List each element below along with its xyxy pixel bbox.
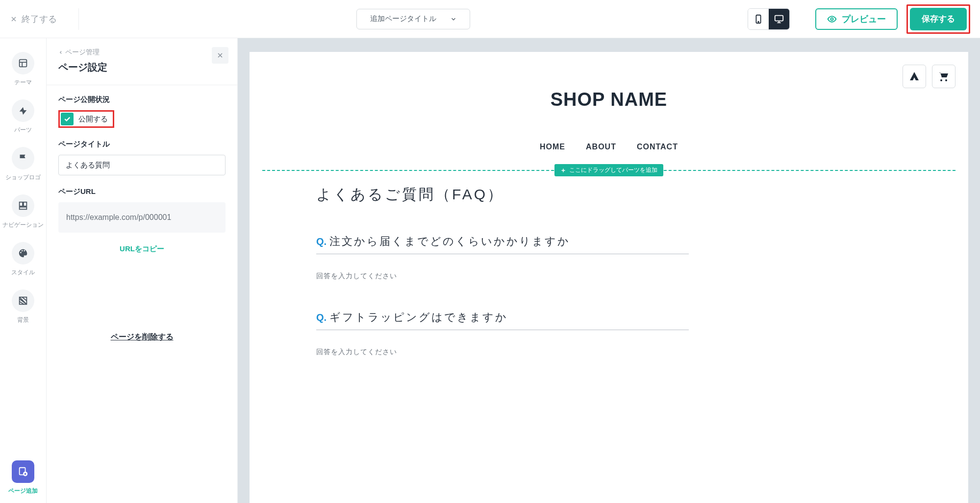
sidebar-item-style[interactable]: スタイル bbox=[0, 237, 46, 285]
q-prefix: Q. bbox=[316, 236, 327, 247]
nav-about[interactable]: ABOUT bbox=[586, 143, 616, 151]
page-selector-label: 追加ページタイトル bbox=[370, 14, 436, 24]
desktop-icon bbox=[774, 14, 784, 24]
page-title-input[interactable] bbox=[58, 155, 226, 175]
faq-question-2[interactable]: Q. ギフトラッピングはできますか bbox=[316, 305, 689, 330]
mobile-icon bbox=[753, 14, 764, 24]
divider bbox=[47, 85, 237, 85]
shop-name: SHOP NAME bbox=[262, 89, 955, 110]
preview-button[interactable]: プレビュー bbox=[815, 8, 898, 30]
svg-point-1 bbox=[758, 21, 758, 22]
sidebar-label: スタイル bbox=[11, 268, 35, 277]
plus-icon bbox=[560, 168, 566, 173]
breadcrumb[interactable]: ページ管理 bbox=[58, 48, 226, 57]
faq-question-1[interactable]: Q. 注文から届くまでどのくらいかかりますか bbox=[316, 229, 689, 254]
sidebar-label: 背景 bbox=[17, 316, 29, 324]
tent-icon bbox=[908, 71, 920, 82]
settings-panel: ページ管理 ページ設定 ページ公開状況 公開する ページタイトル ページURL bbox=[47, 38, 238, 503]
page-url-label: ページURL bbox=[58, 187, 226, 196]
add-page-icon bbox=[18, 466, 28, 477]
sidebar-label: ショップロゴ bbox=[5, 173, 41, 182]
q-text: ギフトラッピングはできますか bbox=[329, 310, 508, 325]
nav-contact[interactable]: CONTACT bbox=[637, 143, 678, 151]
sidebar-item-shop-logo[interactable]: ショップロゴ bbox=[0, 142, 46, 190]
exit-label: 終了する bbox=[22, 13, 57, 25]
highlight-save: 保存する bbox=[906, 4, 970, 34]
page-canvas[interactable]: SHOP NAME HOME ABOUT CONTACT ここにドラッグしてパー… bbox=[250, 52, 968, 503]
sidebar-item-parts[interactable]: パーツ bbox=[0, 95, 46, 142]
breadcrumb-label: ページ管理 bbox=[65, 48, 100, 57]
svg-rect-5 bbox=[20, 202, 23, 206]
delete-page-button[interactable]: ページを削除する bbox=[58, 332, 226, 352]
device-mobile-button[interactable] bbox=[748, 9, 769, 29]
close-icon bbox=[216, 51, 224, 59]
sidebar-label: ページ追加 bbox=[8, 487, 38, 495]
cart-button[interactable] bbox=[932, 65, 955, 88]
sidebar-item-background[interactable]: 背景 bbox=[0, 285, 46, 332]
theme-icon bbox=[18, 58, 28, 69]
sidebar-label: テーマ bbox=[14, 78, 32, 87]
copy-url-button[interactable]: URLをコピー bbox=[58, 244, 226, 254]
svg-point-3 bbox=[831, 18, 833, 20]
exit-button[interactable]: 終了する bbox=[10, 8, 79, 30]
svg-rect-7 bbox=[20, 207, 27, 210]
faq-answer-2-placeholder[interactable]: 回答を入力してください bbox=[316, 348, 689, 357]
q-text: 注文から届くまでどのくらいかかりますか bbox=[329, 234, 570, 249]
svg-rect-4 bbox=[20, 60, 27, 67]
parts-icon bbox=[18, 105, 28, 116]
highlight-publish: 公開する bbox=[58, 110, 114, 128]
chevron-left-icon bbox=[58, 50, 63, 55]
background-icon bbox=[18, 295, 28, 306]
panel-title: ページ設定 bbox=[58, 61, 226, 74]
canvas-area: SHOP NAME HOME ABOUT CONTACT ここにドラッグしてパー… bbox=[238, 38, 980, 503]
cart-icon bbox=[938, 71, 950, 82]
sidebar-label: パーツ bbox=[14, 126, 32, 134]
publish-checkbox-label: 公開する bbox=[78, 115, 108, 124]
save-button[interactable]: 保存する bbox=[910, 8, 967, 30]
device-toggle bbox=[748, 8, 790, 30]
device-desktop-button[interactable] bbox=[769, 9, 789, 29]
dropzone-text: ここにドラッグしてパーツを追加 bbox=[569, 166, 657, 174]
publish-status-label: ページ公開状況 bbox=[58, 95, 226, 104]
close-panel-button[interactable] bbox=[212, 47, 228, 64]
palette-icon bbox=[18, 248, 28, 259]
page-url-display: https://example.com/p/000001 bbox=[58, 202, 226, 233]
chevron-down-icon bbox=[450, 16, 457, 23]
close-icon bbox=[10, 15, 18, 23]
sidebar-item-add-page[interactable]: ページ追加 bbox=[0, 455, 46, 503]
sidebar: テーマ パーツ ショップロゴ ナビゲーション スタイル 背景 ページ追加 bbox=[0, 38, 47, 503]
q-prefix: Q. bbox=[316, 312, 327, 323]
preview-label: プレビュー bbox=[842, 13, 886, 25]
flag-icon bbox=[18, 153, 28, 164]
shop-nav: HOME ABOUT CONTACT bbox=[262, 143, 955, 151]
topbar: 終了する 追加ページタイトル プレビュー 保存する bbox=[0, 0, 980, 38]
faq-heading[interactable]: よくあるご質問（FAQ） bbox=[316, 185, 689, 205]
navigation-icon bbox=[18, 200, 28, 211]
publish-checkbox[interactable] bbox=[61, 113, 74, 125]
sidebar-item-theme[interactable]: テーマ bbox=[0, 47, 46, 95]
eye-icon bbox=[827, 14, 837, 24]
svg-rect-2 bbox=[775, 15, 783, 21]
shop-logo-placeholder[interactable] bbox=[903, 65, 926, 88]
page-title-label: ページタイトル bbox=[58, 140, 226, 149]
sidebar-item-navigation[interactable]: ナビゲーション bbox=[0, 190, 46, 237]
check-icon bbox=[63, 115, 71, 123]
svg-rect-6 bbox=[24, 202, 26, 206]
faq-answer-1-placeholder[interactable]: 回答を入力してください bbox=[316, 272, 689, 281]
nav-home[interactable]: HOME bbox=[540, 143, 565, 151]
sidebar-label: ナビゲーション bbox=[2, 221, 44, 229]
page-selector[interactable]: 追加ページタイトル bbox=[356, 9, 470, 29]
